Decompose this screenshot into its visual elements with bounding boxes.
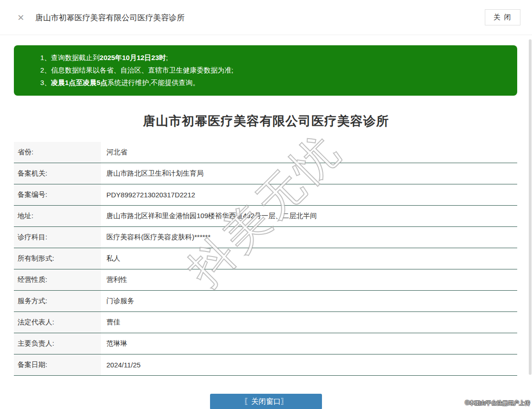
row-value: 私人 [101,248,517,269]
row-label: 地址: [14,206,101,226]
table-row: 地址: 唐山市路北区祥和里金港怡园109楼裕华西道492号一层、二层北半间 [14,206,517,227]
notice-line-1: 1、查询数据截止到2025年10月12日23时; [40,51,508,64]
close-button[interactable]: 关 闭 [485,9,520,25]
row-label: 省份: [14,142,101,163]
notice-line-3: 3、凌晨1点至凌晨5点系统进行维护,不能提供查询。 [40,76,508,89]
row-label: 主要负责人: [14,333,101,354]
record-table: 省份: 河北省 备案机关: 唐山市路北区卫生和计划生育局 备案编号: PDY89… [14,142,517,376]
row-label: 服务方式: [14,291,101,311]
table-row: 法定代表人: 曹佳 [14,312,517,333]
row-value: 医疗美容科(医疗美容皮肤科)****** [101,227,517,248]
table-row: 备案日期: 2024/11/25 [14,354,517,376]
notice-line-1-text: 1、查询数据截止到 [40,54,99,61]
notice-box: 1、查询数据截止到2025年10月12日23时; 2、信息数据结果以各省、自治区… [14,45,517,96]
row-value: 门诊服务 [101,291,517,311]
notice-line-1-tail: ; [166,54,168,61]
row-value: 2024/11/25 [101,354,517,375]
table-row: 所有制形式: 私人 [14,248,517,269]
notice-line-3-bold: 凌晨1点至凌晨5点 [51,79,107,86]
table-row: 服务方式: 门诊服务 [14,291,517,312]
page-title: 唐山市初幂医疗美容有限公司医疗美容诊所 [0,113,532,129]
table-row: 诊疗科目: 医疗美容科(医疗美容皮肤科)****** [14,227,517,248]
row-label: 经营性质: [14,269,101,290]
table-row: 主要负责人: 范琳琳 [14,333,517,354]
table-row: 经营性质: 营利性 [14,269,517,291]
notice-line-2-text: 2、信息数据结果以各省、自治区、直辖市卫生健康委数据为准; [40,66,234,74]
row-value: 河北省 [101,142,517,163]
row-value: 营利性 [101,269,517,290]
row-value: 唐山市路北区祥和里金港怡园109楼裕华西道492号一层、二层北半间 [101,206,517,226]
notice-line-1-bold: 2025年10月12日23时 [99,54,166,61]
bottom-area: 〖关闭窗口〗 [0,394,532,409]
row-value: 范琳琳 [101,333,517,354]
notice-line-3-text: 3、 [40,79,51,86]
row-label: 所有制形式: [14,248,101,269]
notice-line-2: 2、信息数据结果以各省、自治区、直辖市卫生健康委数据为准; [40,64,508,76]
scrollbar[interactable] [529,39,532,375]
header-bar: × 唐山市初幂医疗美容有限公司医疗美容诊所 关 闭 [0,0,532,35]
row-label: 备案日期: [14,354,101,375]
row-label: 备案机关: [14,163,101,184]
close-x-icon[interactable]: × [18,12,24,23]
row-value: 唐山市路北区卫生和计划生育局 [101,163,517,184]
table-row: 省份: 河北省 [14,142,517,163]
row-value: 曹佳 [101,312,517,333]
notice-line-3-tail: 系统进行维护,不能提供查询。 [107,79,199,86]
row-value: PDY89927213020317D2212 [101,184,517,205]
row-label: 备案编号: [14,184,101,205]
close-window-button[interactable]: 〖关闭窗口〗 [210,394,322,409]
row-label: 诊疗科目: [14,227,101,248]
table-row: 备案机关: 唐山市路北区卫生和计划生育局 [14,163,517,184]
window-title: 唐山市初幂医疗美容有限公司医疗美容诊所 [35,12,185,23]
row-label: 法定代表人: [14,312,101,333]
table-row: 备案编号: PDY89927213020317D2212 [14,184,517,206]
upload-credit-text: ©本图由平台注册用户上传 [465,399,530,407]
